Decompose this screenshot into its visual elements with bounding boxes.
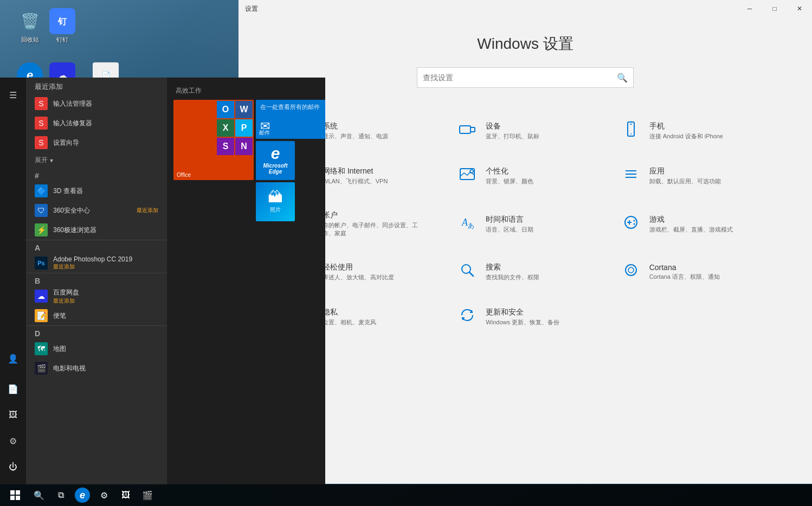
settings-item-phone[interactable]: 手机 连接 Android 设备和 iPhone — [608, 110, 769, 152]
personalize-text: 个性化 背景、锁屏、颜色 — [486, 166, 533, 185]
desktop-icon-pin[interactable]: 钉 钉钉 — [41, 8, 84, 43]
close-icon: ✕ — [797, 5, 802, 12]
svg-rect-3 — [16, 490, 20, 495]
app-item-input-repair[interactable]: S 输入法修复器 — [26, 113, 167, 133]
start-settings-icon[interactable]: ⚙ — [0, 428, 26, 454]
settings-window-title: 设置 — [245, 4, 258, 14]
phone-icon — [621, 120, 641, 142]
settings-item-cortana[interactable]: Cortana Cortana 语言、权限、通知 — [608, 251, 769, 293]
start-user-icon[interactable]: 👤 — [0, 345, 26, 372]
settings-item-apps[interactable]: 应用 卸载、默认应用、可选功能 — [608, 155, 769, 197]
tile-edge-label: Microsoft Edge — [256, 163, 295, 175]
app-item-settings-wizard[interactable]: S 设置向导 — [26, 133, 167, 152]
taskbar-media-pinned[interactable]: 🎬 — [137, 484, 158, 506]
tile-email[interactable]: 在一处查看所有的邮件 ✉ 邮件 — [256, 100, 325, 139]
360-security-badge: 最近添加 — [137, 207, 158, 214]
settings-search-box[interactable]: 🔍 — [417, 67, 634, 88]
360-speed-label: 360极速浏览器 — [53, 226, 158, 235]
settings-item-time[interactable]: A あ 时间和语言 语音、区域、日期 — [444, 200, 605, 248]
start-left-panel: ☰ 👤 📄 🖼 ⚙ ⏻ — [0, 78, 26, 484]
update-icon — [457, 306, 477, 328]
ps-app-text: Adobe Photoshop CC 2019 最近添加 — [53, 255, 158, 271]
accessibility-title: 轻松使用 — [323, 262, 394, 272]
privacy-subtitle: 位置、相机、麦克风 — [323, 318, 376, 326]
recent-section-title: 最近添加 — [26, 78, 167, 94]
maps-label: 地图 — [53, 344, 158, 354]
time-subtitle: 语音、区域、日期 — [486, 226, 533, 234]
app-item-ps[interactable]: Ps Adobe Photoshop CC 2019 最近添加 — [26, 253, 167, 273]
taskbar-photos-pinned[interactable]: 🖼 — [115, 484, 137, 506]
settings-titlebar: 设置 ─ □ ✕ — [239, 0, 812, 17]
settings-search-input[interactable] — [423, 73, 617, 82]
app-item-notepad[interactable]: 📝 便笔 — [26, 306, 167, 325]
settings-item-search[interactable]: 搜索 查找我的文件、权限 — [444, 251, 605, 293]
baidu-pan-text: 百度网盘 最近添加 — [53, 288, 158, 305]
apps-text: 应用 卸载、默认应用、可选功能 — [649, 166, 721, 185]
accounts-title: 帐户 — [323, 210, 429, 220]
settings-item-devices[interactable]: 设备 蓝牙、打印机、鼠标 — [444, 110, 605, 152]
settings-item-gaming[interactable]: 游戏 游戏栏、截屏、直播、游戏模式 — [608, 200, 769, 248]
edge-tile-icon: e — [271, 144, 280, 163]
devices-text: 设备 蓝牙、打印机、鼠标 — [486, 121, 539, 140]
svg-rect-10 — [471, 127, 475, 132]
search-icon — [457, 261, 477, 283]
app-item-movies[interactable]: 🎬 电影和电视 — [26, 358, 167, 378]
settings-item-personalize[interactable]: 个性化 背景、锁屏、颜色 — [444, 155, 605, 197]
update-text: 更新和安全 Windows 更新、恢复、备份 — [486, 308, 559, 326]
app-item-input-manager[interactable]: S 输入法管理器 — [26, 94, 167, 113]
gaming-text: 游戏 游戏栏、截屏、直播、游戏模式 — [649, 215, 733, 234]
apps-title: 应用 — [649, 166, 721, 176]
3d-viewer-label: 3D 查看器 — [53, 187, 158, 196]
svg-point-28 — [633, 223, 635, 225]
start-button[interactable] — [4, 484, 26, 506]
notepad-icon: 📝 — [35, 309, 48, 322]
gaming-title: 游戏 — [649, 215, 733, 225]
system-title: 系统 — [323, 121, 388, 131]
tiles-col-1: O W X P S N Office — [173, 100, 254, 221]
minimize-button[interactable]: ─ — [737, 0, 762, 17]
app-item-maps[interactable]: 🗺 地图 — [26, 339, 167, 358]
tile-edge[interactable]: e Microsoft Edge — [256, 141, 295, 180]
taskbar-search[interactable]: 🔍 — [28, 484, 50, 506]
expand-button[interactable]: 展开 ▾ — [26, 152, 167, 168]
maximize-button[interactable]: □ — [762, 0, 787, 17]
app-item-360-security[interactable]: 🛡 360安全中心 最近添加 — [26, 201, 167, 220]
svg-point-11 — [464, 133, 465, 134]
accessibility-subtitle: 讲述人、放大镜、高对比度 — [323, 273, 394, 281]
accessibility-text: 轻松使用 讲述人、放大镜、高对比度 — [323, 262, 394, 281]
settings-grid: 系统 显示、声音、通知、电源 设备 蓝牙、打印机、鼠标 — [281, 110, 769, 338]
start-pictures-icon[interactable]: 🖼 — [0, 402, 26, 428]
devices-icon — [457, 120, 477, 142]
network-subtitle: WLAN、飞行模式、VPN — [323, 177, 388, 185]
update-title: 更新和安全 — [486, 308, 559, 317]
app-item-baidu-pan[interactable]: ☁ 百度网盘 最近添加 — [26, 286, 167, 306]
start-documents-icon[interactable]: 📄 — [0, 376, 26, 402]
settings-search-icon[interactable]: 🔍 — [617, 73, 628, 83]
phone-subtitle: 连接 Android 设备和 iPhone — [649, 132, 723, 140]
start-hamburger-button[interactable]: ☰ — [0, 82, 26, 108]
baidu-pan-label: 百度网盘 — [53, 288, 158, 297]
start-power-icon[interactable]: ⏻ — [0, 454, 26, 480]
app-item-3d-viewer[interactable]: 🔷 3D 查看器 — [26, 181, 167, 201]
taskbar-task-view[interactable]: ⧉ — [50, 484, 72, 506]
sub-tile-skype: P — [235, 119, 253, 137]
ps-app-badge: 最近添加 — [53, 263, 158, 271]
search-text: 搜索 查找我的文件、权限 — [486, 262, 539, 281]
tile-office[interactable]: O W X P S N Office — [173, 100, 254, 180]
tile-photos[interactable]: 🏔 照片 — [256, 182, 295, 221]
cortana-subtitle: Cortana 语言、权限、通知 — [649, 273, 720, 281]
devices-title: 设备 — [486, 121, 539, 131]
settings-item-update[interactable]: 更新和安全 Windows 更新、恢复、备份 — [444, 296, 605, 338]
taskbar-settings-pinned[interactable]: ⚙ — [93, 484, 115, 506]
input-manager-icon: S — [35, 97, 48, 110]
ps-app-label: Adobe Photoshop CC 2019 — [53, 255, 158, 263]
app-item-360-speed[interactable]: ⚡ 360极速浏览器 — [26, 220, 167, 240]
movies-icon: 🎬 — [35, 362, 48, 375]
taskbar-edge-pinned[interactable]: e — [72, 484, 93, 506]
sub-tile-word: W — [235, 101, 253, 118]
pin-icon: 钉 — [49, 8, 75, 34]
email-envelope-icon: ✉ — [260, 119, 325, 133]
close-button[interactable]: ✕ — [787, 0, 812, 17]
minimize-icon: ─ — [747, 5, 752, 12]
photos-tile-icon: 🏔 — [268, 188, 283, 206]
